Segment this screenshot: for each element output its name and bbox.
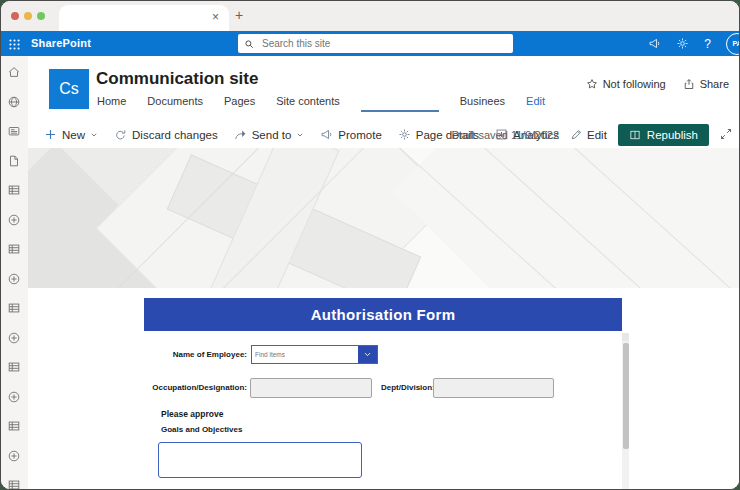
site-search-box[interactable] [238,34,513,53]
republish-label: Republish [647,129,698,141]
site-title: Communication site [96,69,258,89]
star-icon [586,78,598,90]
tab-close-icon[interactable]: × [212,10,219,24]
goals-label: Goals and Objectives [161,425,242,434]
sidebar-list-icon[interactable] [7,242,22,257]
follow-label: Not following [603,78,666,90]
sidebar-add-icon[interactable] [7,213,22,228]
promote-label: Promote [338,129,381,141]
page-content: Cs Communication site Home Documents Pag… [28,56,739,489]
suite-bar: SharePoint ? PA [1,31,739,56]
sharepoint-brand-label[interactable]: SharePoint [31,37,91,49]
gear-icon[interactable] [676,37,689,50]
browser-window: × + SharePoint ? PA [0,0,740,490]
sidebar-add-icon[interactable] [7,449,22,464]
name-of-employee-label: Name of Employee: [144,350,247,359]
browser-titlebar: × + [1,1,739,31]
site-logo[interactable]: Cs [49,69,89,109]
hero-banner-image [28,148,739,288]
share-button[interactable]: Share [683,78,729,90]
sidebar-list-icon[interactable] [7,183,22,198]
form-title: Authorisation Form [144,298,622,331]
employee-combobox-input[interactable] [252,346,358,363]
send-to-label: Send to [252,129,292,141]
promote-button[interactable]: Promote [320,128,381,141]
plus-icon [44,128,57,141]
app-sidebar [1,56,28,489]
combobox-dropdown-button[interactable] [358,346,377,363]
edit-page-button[interactable]: Edit [570,129,607,141]
occupation-input[interactable] [250,378,372,398]
employee-combobox[interactable] [251,345,378,364]
form-scrollbar[interactable] [622,333,629,490]
sidebar-add-icon[interactable] [7,331,22,346]
send-to-button[interactable]: Send to [234,128,305,141]
authorisation-form: Authorisation Form Name of Employee: Occ… [144,298,622,490]
search-input[interactable] [260,37,507,50]
sidebar-globe-icon[interactable] [7,95,22,110]
chevron-down-icon [296,131,304,139]
share-label: Share [700,78,729,90]
discard-changes-button[interactable]: Discard changes [114,128,218,141]
browser-tab[interactable]: × [59,5,229,31]
sidebar-add-icon[interactable] [7,272,22,287]
sidebar-list-icon[interactable] [7,478,22,490]
send-icon [234,128,247,141]
nav-item-businees[interactable]: Businees [460,95,505,111]
search-icon [244,39,254,49]
command-bar: New Discard changes Send to Promote Page… [28,121,739,148]
scrollbar-up-button[interactable] [622,333,629,341]
discard-label: Discard changes [132,129,218,141]
pencil-icon [570,129,582,141]
sidebar-list-icon[interactable] [7,360,22,375]
occupation-label: Occupation/Designation: [144,383,247,392]
please-approve-label: Please approve [161,409,223,419]
site-navigation: Home Documents Pages Site contents Busin… [97,95,545,112]
megaphone-icon[interactable] [648,37,661,50]
close-window-button[interactable] [11,12,19,20]
follow-button[interactable]: Not following [586,78,666,90]
dept-label: Dept/Division: [381,383,435,392]
edit-label: Edit [587,129,607,141]
chevron-down-icon [90,131,98,139]
scrollbar-thumb[interactable] [623,343,629,449]
goals-textarea[interactable] [158,442,362,478]
book-icon [629,129,641,141]
sidebar-add-icon[interactable] [7,390,22,405]
share-icon [683,78,695,90]
new-label: New [62,129,85,141]
gear-icon [398,128,411,141]
new-button[interactable]: New [44,128,98,141]
sidebar-list-icon[interactable] [7,301,22,316]
dept-input[interactable] [433,378,554,398]
megaphone-icon [320,128,333,141]
draft-status-text: Draft saved 11/9/2022 [452,129,559,141]
sidebar-list-icon[interactable] [7,419,22,434]
nav-edit-link[interactable]: Edit [526,95,545,111]
new-tab-button[interactable]: + [235,7,243,23]
expand-diagonal-icon [720,128,732,140]
chevron-down-icon [363,350,372,359]
discard-icon [114,128,127,141]
sidebar-page-icon[interactable] [7,154,22,169]
maximize-window-button[interactable] [37,12,45,20]
expand-button[interactable] [720,128,732,142]
app-launcher-waffle-icon[interactable] [8,37,21,50]
avatar[interactable]: PA [726,33,740,55]
sidebar-home-icon[interactable] [7,65,22,80]
minimize-window-button[interactable] [24,12,32,20]
nav-item-home[interactable]: Home [97,95,126,111]
republish-button[interactable]: Republish [618,124,709,146]
help-icon[interactable]: ? [704,37,711,51]
nav-item-site-contents[interactable]: Site contents [276,95,340,111]
nav-item-documents[interactable]: Documents [147,95,203,111]
nav-item-active-page[interactable] [361,95,439,112]
sidebar-news-icon[interactable] [7,124,22,139]
nav-item-pages[interactable]: Pages [224,95,255,111]
